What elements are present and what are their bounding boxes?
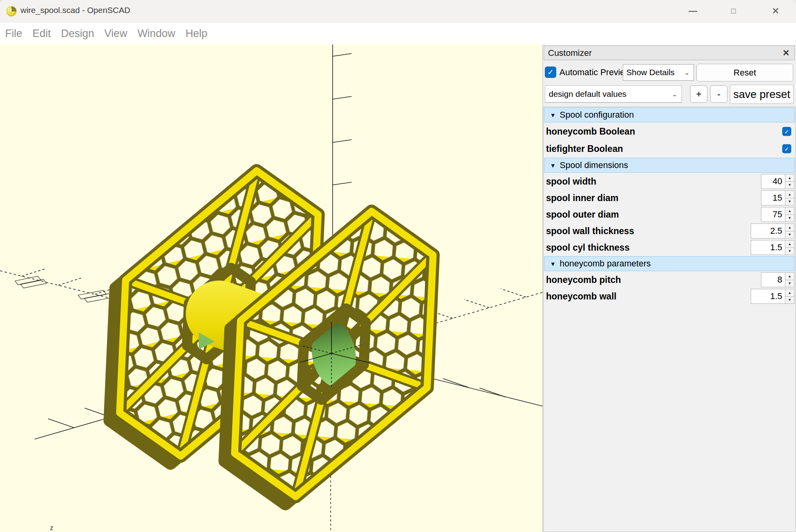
tiefighter-boolean-checkbox[interactable]: ✓ [782,144,791,153]
customizer-title: Customizer [544,48,592,58]
maximize-button[interactable]: □ [721,0,746,22]
spin-down-icon[interactable]: ▼ [785,297,794,304]
param-label: honeycomb wall [544,291,616,302]
param-spool-wall-thickness: spool wall thickness 2.5 ▲▼ [544,223,795,239]
spin-down-icon[interactable]: ▼ [785,182,794,189]
z-axis-label: z [50,525,53,531]
param-spool-inner-diam: spool inner diam 15 ▲▼ [544,190,795,206]
reset-button[interactable]: Reset [696,64,793,81]
param-spool-width: spool width 40 ▲▼ [544,173,795,190]
preset-select[interactable]: design default values ⌄ [545,85,682,103]
customizer-panel: Customizer ✕ ✓ Automatic Preview Show De… [542,44,796,532]
spool-width-input[interactable]: 40 [761,174,785,189]
spin-up-icon[interactable]: ▲ [785,190,794,198]
spin-down-icon[interactable]: ▼ [785,198,794,206]
section-title: Spool dimensions [560,160,628,170]
openscad-logo-icon [6,6,17,17]
spin-up-icon[interactable]: ▲ [785,224,794,231]
spin-down-icon[interactable]: ▼ [785,280,794,288]
minimize-button[interactable]: — [681,0,705,22]
menu-window[interactable]: Window [132,23,180,44]
menu-edit[interactable]: Edit [28,23,56,44]
triangle-down-icon: ▼ [544,112,560,118]
section-spool-configuration[interactable]: ▼ Spool configuration [544,107,795,122]
preset-select-value: design default values [549,89,626,99]
param-spool-cyl-thickness: spool cyl thickness 1.5 ▲▼ [544,239,795,256]
param-honeycomb-boolean: honeycomb Boolean ✓ [544,123,795,140]
section-title: Spool configuration [560,110,634,120]
section-title: honeycomb parameters [560,259,651,269]
param-label: honeycomb pitch [544,275,621,285]
spin-up-icon[interactable]: ▲ [785,272,794,280]
parameters-list: ▼ Spool configuration honeycomb Boolean … [543,107,796,532]
honeycomb-wall-input[interactable]: 1.5 [751,289,785,304]
3d-viewport[interactable]: z [0,44,542,532]
triangle-down-icon: ▼ [544,162,560,169]
param-label: spool cyl thickness [544,242,629,253]
preset-row: design default values ⌄ + - save preset [543,84,796,105]
spool-cyl-thickness-input[interactable]: 1.5 [751,240,785,255]
spin-down-icon[interactable]: ▼ [785,231,794,239]
spin-down-icon[interactable]: ▼ [785,215,794,222]
openscad-window: wire_spool.scad - OpenSCAD — □ ✕ File Ed… [0,0,796,532]
param-tiefighter-boolean: tiefighter Boolean ✓ [544,140,795,157]
param-honeycomb-pitch: honeycomb pitch 8 ▲▼ [544,272,795,288]
menu-file[interactable]: File [0,23,28,44]
chevron-down-icon: ⌄ [672,90,681,98]
close-button[interactable]: ✕ [763,0,788,22]
param-label: spool wall thickness [544,226,634,236]
chevron-down-icon: ⌄ [684,68,694,77]
menu-help[interactable]: Help [180,23,213,44]
preview-row: ✓ Automatic Preview Show Details ⌄ Reset [543,63,796,82]
param-honeycomb-wall: honeycomb wall 1.5 ▲▼ [544,288,795,305]
3d-scene: z [0,44,542,532]
window-title: wire_spool.scad - OpenSCAD [20,6,130,15]
remove-preset-button[interactable]: - [710,85,728,103]
spin-down-icon[interactable]: ▼ [785,248,794,255]
spin-up-icon[interactable]: ▲ [785,289,794,297]
customizer-close-icon[interactable]: ✕ [783,48,794,58]
section-honeycomb-parameters[interactable]: ▼ honeycomb parameters [544,256,795,271]
spool-wall-thickness-input[interactable]: 2.5 [751,224,785,238]
param-label: spool width [544,176,596,187]
automatic-preview-label: Automatic Preview [559,67,631,78]
triangle-down-icon: ▼ [544,260,560,267]
menu-view[interactable]: View [99,23,132,44]
customizer-header: Customizer ✕ [544,46,795,60]
spin-up-icon[interactable]: ▲ [785,240,794,248]
title-bar[interactable]: wire_spool.scad - OpenSCAD — □ ✕ [0,0,796,23]
menu-bar: File Edit Design View Window Help [0,23,796,44]
menu-design[interactable]: Design [56,23,99,44]
param-label: honeycomb Boolean [544,126,635,137]
detail-level-value: Show Details [626,68,675,77]
spool-inner-diam-input[interactable]: 15 [761,190,785,205]
section-spool-dimensions[interactable]: ▼ Spool dimensions [544,158,795,173]
add-preset-button[interactable]: + [690,85,707,103]
detail-level-select[interactable]: Show Details ⌄ [623,64,694,81]
param-label: spool outer diam [544,209,619,220]
spin-up-icon[interactable]: ▲ [785,207,794,215]
param-label: tiefighter Boolean [544,144,623,154]
param-label: spool inner diam [544,193,618,203]
honeycomb-pitch-input[interactable]: 8 [761,272,785,287]
honeycomb-boolean-checkbox[interactable]: ✓ [782,127,791,136]
spool-outer-diam-input[interactable]: 75 [761,207,785,222]
save-preset-button[interactable]: save preset [730,85,794,104]
param-spool-outer-diam: spool outer diam 75 ▲▼ [544,206,795,223]
spin-up-icon[interactable]: ▲ [785,174,794,182]
automatic-preview-checkbox[interactable]: ✓ [545,66,556,78]
